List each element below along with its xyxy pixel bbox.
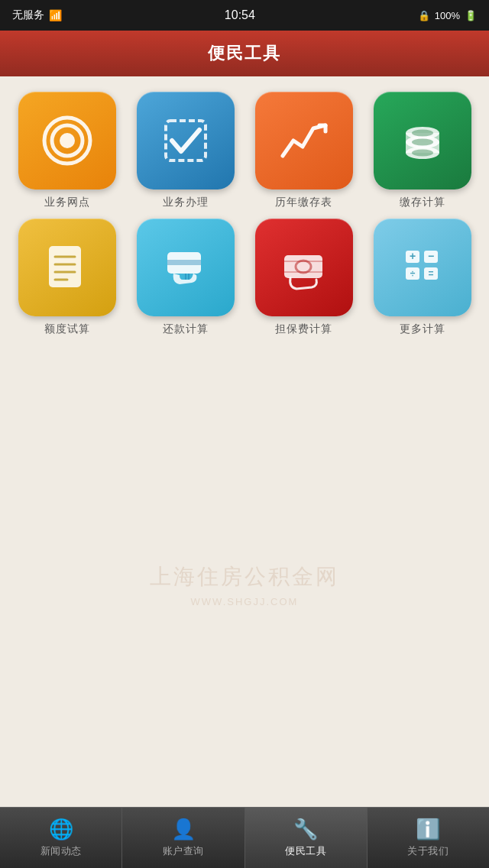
svg-text:−: − bbox=[427, 250, 433, 262]
credit-card-hand-icon bbox=[158, 240, 213, 295]
label-more-calc: 更多计算 bbox=[400, 322, 445, 336]
status-left: 无服务 📶 bbox=[12, 8, 62, 22]
svg-point-11 bbox=[412, 150, 433, 157]
person-icon: 👤 bbox=[171, 818, 196, 841]
info-icon: ℹ️ bbox=[416, 818, 440, 841]
grid-item-service-handle[interactable]: 业务办理 bbox=[131, 92, 240, 209]
svg-point-9 bbox=[412, 130, 433, 137]
grid-item-service-network[interactable]: 业务网点 bbox=[12, 92, 121, 209]
calculator-icon: + − ÷ = bbox=[395, 240, 450, 295]
grid-item-quota-trial[interactable]: 额度试算 bbox=[12, 219, 121, 336]
svg-point-2 bbox=[60, 133, 75, 148]
label-history-table: 历年缴存表 bbox=[275, 196, 332, 209]
svg-text:=: = bbox=[428, 268, 433, 279]
document-list-icon bbox=[40, 240, 95, 295]
icon-box-repay-calc bbox=[137, 219, 235, 316]
target-icon bbox=[40, 113, 95, 168]
icon-box-history-table bbox=[255, 92, 353, 189]
icon-box-quota-trial bbox=[18, 219, 116, 316]
watermark-text: 上海住房公积金网 bbox=[0, 562, 489, 591]
icon-box-service-handle bbox=[137, 92, 235, 189]
label-service-handle: 业务办理 bbox=[163, 196, 209, 209]
header: 便民工具 bbox=[0, 31, 489, 76]
label-guarantee-calc: 担保费计算 bbox=[275, 322, 332, 336]
main-content: 业务网点 业务办理 历年缴存表 bbox=[0, 76, 489, 807]
page-title: 便民工具 bbox=[208, 42, 281, 65]
grid-item-deposit-calc[interactable]: 缴存计算 bbox=[368, 92, 477, 209]
wifi-icon: 📶 bbox=[49, 9, 62, 21]
icon-grid-row1: 业务网点 业务办理 历年缴存表 bbox=[12, 92, 477, 336]
tab-about-label: 关于我们 bbox=[407, 844, 449, 858]
tab-news-label: 新闻动态 bbox=[40, 844, 82, 858]
label-deposit-calc: 缴存计算 bbox=[400, 196, 445, 209]
battery-text: 100% bbox=[435, 10, 460, 21]
chart-icon bbox=[277, 113, 332, 168]
label-repay-calc: 还款计算 bbox=[163, 322, 209, 336]
icon-box-service-network bbox=[18, 92, 116, 189]
tab-account[interactable]: 👤 账户查询 bbox=[122, 808, 244, 868]
svg-rect-12 bbox=[49, 246, 81, 287]
tab-news[interactable]: 🌐 新闻动态 bbox=[0, 808, 122, 868]
svg-rect-18 bbox=[167, 260, 201, 265]
globe-icon: 🌐 bbox=[49, 818, 73, 841]
icon-box-deposit-calc bbox=[374, 92, 471, 189]
status-right: 🔒 100% 🔋 bbox=[418, 10, 477, 21]
watermark-url: WWW.SHGJJ.COM bbox=[191, 596, 299, 607]
tab-account-label: 账户查询 bbox=[163, 844, 204, 858]
tab-tools-label: 便民工具 bbox=[285, 844, 326, 858]
lock-icon: 🔒 bbox=[418, 10, 430, 21]
label-quota-trial: 额度试算 bbox=[44, 322, 90, 336]
icon-box-more-calc: + − ÷ = bbox=[374, 219, 471, 316]
grid-item-repay-calc[interactable]: 还款计算 bbox=[131, 219, 240, 336]
tab-about[interactable]: ℹ️ 关于我们 bbox=[368, 808, 489, 868]
svg-point-10 bbox=[412, 139, 433, 146]
icon-box-guarantee-calc bbox=[255, 219, 353, 316]
svg-rect-21 bbox=[284, 255, 322, 278]
watermark: 上海住房公积金网 WWW.SHGJJ.COM bbox=[0, 562, 489, 608]
svg-text:÷: ÷ bbox=[410, 268, 415, 279]
tab-bar: 🌐 新闻动态 👤 账户查询 🔧 便民工具 ℹ️ 关于我们 bbox=[0, 807, 489, 868]
grid-item-more-calc[interactable]: + − ÷ = 更多计算 bbox=[368, 219, 477, 336]
grid-item-guarantee-calc[interactable]: 担保费计算 bbox=[249, 219, 358, 336]
svg-text:+: + bbox=[409, 250, 415, 262]
label-service-network: 业务网点 bbox=[44, 196, 90, 209]
money-hand-icon bbox=[277, 240, 332, 295]
coins-icon bbox=[395, 113, 450, 168]
checkbox-icon bbox=[158, 113, 213, 168]
status-time: 10:54 bbox=[225, 8, 255, 22]
tab-tools[interactable]: 🔧 便民工具 bbox=[245, 808, 368, 868]
battery-icon: 🔋 bbox=[465, 10, 477, 21]
status-bar: 无服务 📶 10:54 🔒 100% 🔋 bbox=[0, 0, 489, 31]
grid-item-history-table[interactable]: 历年缴存表 bbox=[249, 92, 358, 209]
no-service-text: 无服务 bbox=[12, 8, 44, 22]
tools-icon: 🔧 bbox=[293, 818, 318, 841]
